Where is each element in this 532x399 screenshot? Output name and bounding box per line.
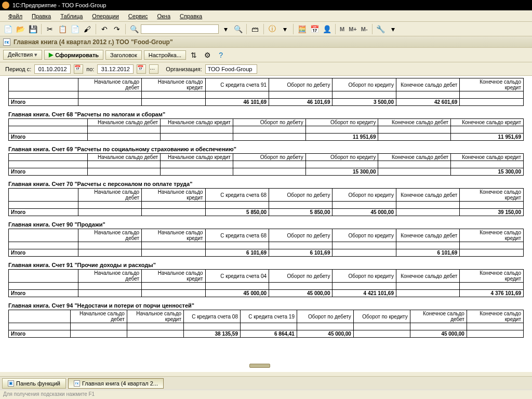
info-icon[interactable]: ⓘ bbox=[267, 23, 278, 35]
column-header: Конечное сальдо кредит bbox=[451, 119, 524, 126]
data-cell bbox=[269, 283, 332, 290]
save-icon[interactable]: 💾 bbox=[27, 23, 38, 35]
row-header-blank bbox=[9, 229, 78, 242]
data-row-label bbox=[9, 202, 78, 209]
undo-icon[interactable]: ↶ bbox=[99, 23, 110, 35]
config-icon[interactable]: ⇅ bbox=[188, 49, 200, 61]
total-label: Итого bbox=[9, 209, 78, 216]
form-button[interactable]: ▶ Сформировать bbox=[44, 50, 103, 60]
format-icon[interactable]: 🖌 bbox=[82, 23, 93, 35]
search-input[interactable] bbox=[141, 24, 219, 34]
dropdown2-icon[interactable]: ▾ bbox=[279, 23, 290, 35]
column-header: Оборот по кредиту bbox=[305, 119, 378, 126]
report-area[interactable]: Начальное сальдо дебетНачальное сальдо к… bbox=[0, 76, 532, 372]
cut-icon[interactable]: ✂ bbox=[44, 23, 56, 35]
data-row-label bbox=[9, 126, 88, 134]
search2-icon[interactable]: 🔍 bbox=[232, 23, 244, 35]
open-icon[interactable]: 📂 bbox=[15, 23, 26, 35]
total-cell bbox=[88, 168, 161, 176]
column-header: Начальное сальдо кредит bbox=[142, 189, 205, 202]
task-panel-functions[interactable]: ▣Панель функций bbox=[2, 378, 66, 389]
org-label: Организация: bbox=[166, 66, 202, 72]
menu-table[interactable]: Таблица bbox=[56, 12, 87, 20]
column-header: Начальное сальдо кредит bbox=[161, 119, 233, 126]
memory-mp[interactable]: M+ bbox=[347, 26, 358, 32]
menu-help[interactable]: Справка bbox=[176, 12, 206, 20]
settings-button[interactable]: Настройка... bbox=[144, 50, 186, 60]
column-header: Начальное сальдо кредит bbox=[142, 270, 205, 283]
actions-dropdown[interactable]: Действия ▾ bbox=[3, 50, 42, 60]
column-header: Оборот по дебету bbox=[269, 78, 332, 91]
date-to-input[interactable] bbox=[97, 64, 134, 74]
tools-icon[interactable]: 🔧 bbox=[375, 23, 387, 35]
data-row-label bbox=[9, 283, 78, 290]
data-cell bbox=[460, 242, 524, 249]
new-icon[interactable]: 📄 bbox=[2, 23, 14, 35]
separator bbox=[372, 24, 373, 34]
dropdown-icon[interactable]: ▾ bbox=[220, 23, 231, 35]
column-header: Конечное сальдо дебет bbox=[378, 119, 451, 126]
horizontal-scrollbar[interactable] bbox=[249, 364, 270, 368]
org-input[interactable] bbox=[205, 64, 257, 74]
data-row-label bbox=[9, 242, 78, 249]
calendar-from-icon[interactable]: 📅 bbox=[74, 64, 83, 74]
total-label: Итого bbox=[9, 249, 78, 257]
redo-icon[interactable]: ↷ bbox=[111, 23, 123, 35]
section-title: Главная книга. Счет 68 "Расчеты по налог… bbox=[8, 111, 524, 117]
data-cell bbox=[142, 283, 205, 290]
section-title: Главная книга. Счет 69 "Расчеты по социа… bbox=[8, 146, 524, 152]
db-icon[interactable]: 🗃 bbox=[249, 23, 261, 35]
column-header: Начальное сальдо дебет bbox=[88, 154, 161, 161]
memory-m[interactable]: M bbox=[338, 26, 346, 32]
total-cell bbox=[78, 249, 141, 257]
memory-mm[interactable]: M- bbox=[360, 26, 369, 32]
menu-windows[interactable]: Окна bbox=[153, 12, 175, 20]
calendar-icon[interactable]: 📅 bbox=[309, 23, 320, 35]
column-header: Конечное сальдо дебет bbox=[396, 78, 459, 91]
search-icon[interactable]: 🔍 bbox=[128, 23, 140, 35]
user-icon[interactable]: 👤 bbox=[321, 23, 332, 35]
column-header: Начальное сальдо дебет bbox=[78, 229, 141, 242]
total-cell: 6 101,69 bbox=[269, 249, 332, 257]
total-cell: 15 300,00 bbox=[305, 168, 378, 176]
menu-file[interactable]: Файл bbox=[4, 12, 26, 20]
period-picker-icon[interactable]: … bbox=[149, 64, 158, 74]
doc-icon: гк bbox=[3, 38, 10, 46]
menu-service[interactable]: Сервис bbox=[124, 12, 152, 20]
gear-icon[interactable]: ⚙ bbox=[202, 49, 213, 61]
paste-icon[interactable]: 📄 bbox=[69, 23, 81, 35]
total-cell: 11 951,69 bbox=[451, 134, 524, 141]
calendar-to-icon[interactable]: 📅 bbox=[137, 64, 146, 74]
menu-operations[interactable]: Операции bbox=[88, 12, 123, 20]
data-cell bbox=[142, 91, 205, 99]
total-label: Итого bbox=[9, 330, 71, 338]
total-cell bbox=[78, 209, 141, 216]
column-header: Конечное сальдо дебет bbox=[410, 310, 467, 323]
data-cell bbox=[78, 202, 141, 209]
date-from-input[interactable] bbox=[34, 64, 71, 74]
column-header: Оборот по дебету bbox=[269, 270, 332, 283]
data-cell bbox=[396, 91, 459, 99]
period-label: Период с: bbox=[5, 66, 31, 72]
total-cell: 39 150,00 bbox=[460, 209, 524, 216]
calc-icon[interactable]: 🧮 bbox=[296, 23, 308, 35]
total-cell bbox=[161, 168, 233, 176]
data-cell bbox=[297, 323, 353, 330]
total-label: Итого bbox=[9, 290, 78, 297]
menu-edit[interactable]: Правка bbox=[28, 12, 55, 20]
hint-bar: Для получения подсказки нажмите F1 bbox=[0, 390, 532, 399]
copy-icon[interactable]: 📋 bbox=[57, 23, 68, 35]
column-header: Оборот по кредиту bbox=[332, 78, 396, 91]
dropdown3-icon[interactable]: ▾ bbox=[388, 23, 399, 35]
total-cell: 5 850,00 bbox=[205, 209, 269, 216]
total-cell: 4 421 101,69 bbox=[332, 290, 396, 297]
task-main-book[interactable]: гкГлавная книга (4 квартал 2... bbox=[68, 378, 164, 389]
help-icon[interactable]: ? bbox=[215, 49, 227, 61]
total-cell bbox=[142, 290, 205, 297]
column-header: Конечное сальдо кредит bbox=[460, 78, 524, 91]
header-button[interactable]: Заголовок bbox=[105, 50, 142, 60]
data-cell bbox=[396, 283, 459, 290]
column-header: Оборот по кредиту bbox=[353, 310, 410, 323]
document-header: гк Главная книга (4 квартал 2012 г.) ТОО… bbox=[0, 36, 532, 48]
total-cell: 45 000,00 bbox=[297, 330, 353, 338]
